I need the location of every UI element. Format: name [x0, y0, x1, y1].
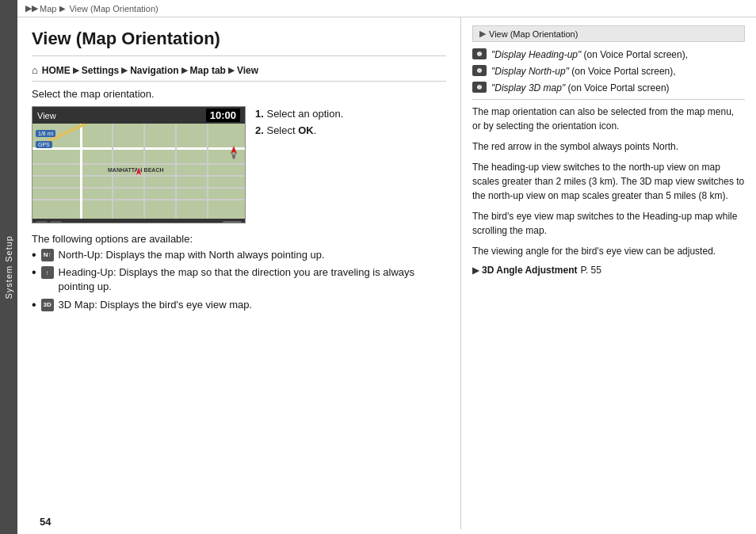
- voice-suffix-1: (on Voice Portal screen),: [581, 49, 688, 60]
- list-item: • ↑ Heading-Up: Displays the map so that…: [32, 265, 446, 294]
- nav-arrow2: ▶: [121, 66, 128, 74]
- select-instruction: Select the map orientation.: [32, 88, 446, 100]
- left-panel: View (Map Orientation) ⌂ HOME ▶ Settings…: [17, 17, 461, 529]
- right-para-5: The viewing angle for the bird's eye vie…: [472, 244, 745, 258]
- right-para-1: The map orientation can also be selected…: [472, 105, 745, 133]
- nav-home: HOME: [42, 65, 71, 76]
- breadcrumb-arrow1: ▶▶: [25, 3, 38, 13]
- map-view-label: View: [37, 111, 56, 120]
- breadcrumb-item1: Map: [40, 4, 56, 13]
- map-section: View 10:00: [32, 106, 446, 233]
- voice-quoted-2: "Display North-up": [491, 66, 569, 77]
- right-para-2: The red arrow in the symbol always point…: [472, 139, 745, 154]
- svg-marker-1: [231, 146, 237, 154]
- sidebar-label: System Setup: [4, 235, 13, 299]
- voice-suffix-3: (on Voice Portal screen): [565, 82, 669, 93]
- step1-num: 1.: [255, 108, 264, 120]
- voice-suffix-2: (on Voice Portal screen),: [569, 66, 676, 77]
- bullet-text-1: North-Up: Displays the map with North al…: [59, 248, 325, 262]
- heading-icon: ↑: [41, 266, 54, 279]
- step2: 2. Select OK.: [255, 123, 343, 139]
- right-panel: ▶ View (Map Orientation) "Display Headin…: [461, 17, 756, 529]
- step2-text: Select: [266, 124, 298, 136]
- step2-num: 2.: [255, 124, 264, 136]
- voice-item-3: "Display 3D map" (on Voice Portal screen…: [472, 82, 745, 95]
- nav-map-tab: Map tab: [190, 65, 226, 76]
- right-header-arrow-icon: ▶: [479, 29, 486, 39]
- right-header-text: View (Map Orientation): [489, 29, 578, 39]
- page-number: 54: [40, 516, 51, 528]
- north-icon: N↑: [41, 249, 54, 261]
- link-page: P. 55: [580, 265, 601, 276]
- right-para-4: The bird's eye view map switches to the …: [472, 209, 745, 238]
- bullet-dot: •: [32, 249, 36, 261]
- home-icon: ⌂: [32, 64, 38, 76]
- map-footer: ⊕ ⊖ OK: [32, 219, 245, 223]
- svg-marker-0: [136, 166, 142, 176]
- voice-text-1: "Display Heading-up" (on Voice Portal sc…: [491, 48, 688, 62]
- map-header: View 10:00: [32, 107, 245, 124]
- svg-point-5: [477, 68, 482, 73]
- step1-text: Select an option.: [266, 108, 343, 120]
- step1: 1. Select an option.: [255, 106, 343, 123]
- bullet-text-3: 3D Map: Displays the bird's eye view map…: [59, 298, 253, 312]
- bullet-dot: •: [32, 299, 36, 311]
- map-zoom-out[interactable]: ⊖: [50, 221, 62, 224]
- voice-text-2: "Display North-up" (on Voice Portal scre…: [491, 65, 676, 78]
- bullet-text-2: Heading-Up: Displays the map so that the…: [59, 265, 446, 294]
- nav-arrow3: ▶: [181, 66, 188, 74]
- voice-quoted-3: "Display 3D map": [491, 82, 565, 93]
- nav-breadcrumb: ⌂ HOME ▶ Settings ▶ Navigation ▶ Map tab…: [32, 64, 446, 82]
- sidebar: System Setup: [0, 0, 17, 534]
- voice-item-1: "Display Heading-up" (on Voice Portal sc…: [472, 48, 745, 62]
- breadcrumb-sep1: ▶: [59, 4, 66, 13]
- link-reference: ▶ 3D Angle Adjustment P. 55: [472, 265, 745, 276]
- right-panel-header: ▶ View (Map Orientation): [472, 25, 745, 42]
- svg-point-4: [477, 51, 482, 56]
- map-zoom-control[interactable]: ⊕: [36, 221, 48, 224]
- map-footer-controls: ⊕ ⊖: [36, 221, 62, 224]
- map-gps-badge: GPS: [36, 141, 52, 148]
- bullet-dot: •: [32, 266, 36, 279]
- threed-icon: 3D: [41, 299, 54, 311]
- voice-item-2: "Display North-up" (on Voice Portal scre…: [472, 65, 745, 78]
- link-arrow-icon: ▶: [472, 265, 479, 276]
- nav-arrow4: ▶: [228, 66, 235, 74]
- nav-view: View: [237, 65, 258, 76]
- list-item: • 3D 3D Map: Displays the bird's eye vie…: [32, 298, 446, 312]
- nav-navigation: Navigation: [130, 65, 178, 76]
- voice-quoted-1: "Display Heading-up": [491, 49, 581, 60]
- voice-portal-icon-3: [472, 82, 487, 93]
- map-ok-button[interactable]: OK: [223, 221, 242, 224]
- nav-settings: Settings: [82, 65, 119, 76]
- nav-arrow1: ▶: [73, 66, 79, 74]
- map-time: 10:00: [206, 109, 240, 122]
- link-text[interactable]: 3D Angle Adjustment: [482, 265, 577, 276]
- step2-ok: OK: [298, 124, 314, 136]
- map-road-diagonal: [48, 124, 164, 143]
- list-item: • N↑ North-Up: Displays the map with Nor…: [32, 248, 446, 262]
- map-nav-arrow: [133, 166, 144, 177]
- map-north-indicator: N: [229, 146, 239, 160]
- main-content: ▶▶ Map ▶ View (Map Orientation) View (Ma…: [17, 0, 756, 534]
- map-body: GPS 1/8 mi MANHATTAN BEACH: [32, 124, 245, 219]
- voice-portal-icon-2: [472, 65, 487, 76]
- svg-text:N: N: [232, 154, 235, 159]
- map-display: View 10:00: [32, 106, 246, 223]
- content-area: View (Map Orientation) ⌂ HOME ▶ Settings…: [17, 17, 756, 529]
- page-title: View (Map Orientation): [32, 29, 446, 56]
- map-scale-badge: 1/8 mi: [36, 130, 55, 137]
- voice-text-3: "Display 3D map" (on Voice Portal screen…: [491, 82, 670, 95]
- svg-point-6: [477, 85, 482, 90]
- options-heading: The following options are available:: [32, 233, 446, 245]
- divider: [472, 99, 745, 100]
- step-instructions: 1. Select an option. 2. Select OK.: [255, 106, 343, 233]
- voice-portal-icon: [472, 48, 487, 59]
- breadcrumb: ▶▶ Map ▶ View (Map Orientation): [17, 0, 756, 17]
- right-para-3: The heading-up view switches to the nort…: [472, 160, 745, 203]
- step2-end: .: [314, 124, 317, 136]
- breadcrumb-item2: View (Map Orientation): [69, 4, 158, 13]
- bullet-list: • N↑ North-Up: Displays the map with Nor…: [32, 248, 446, 312]
